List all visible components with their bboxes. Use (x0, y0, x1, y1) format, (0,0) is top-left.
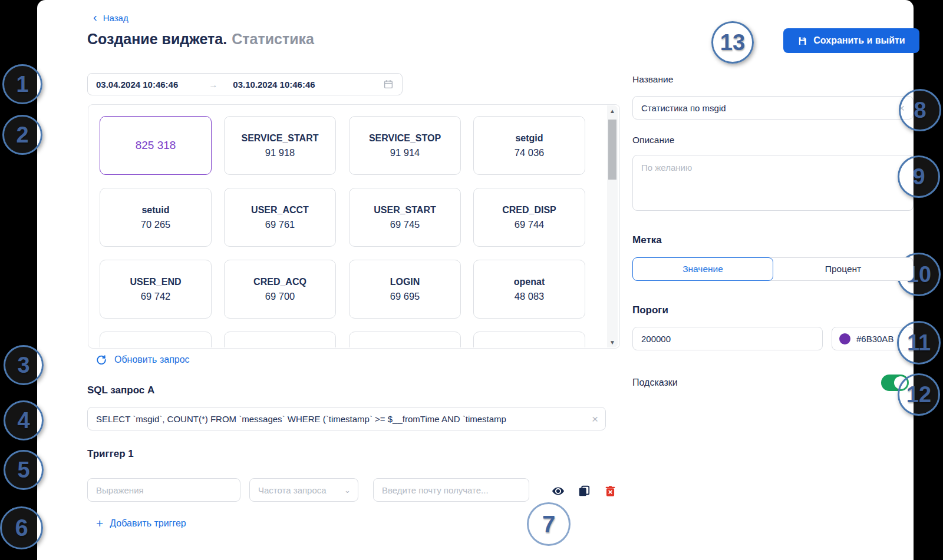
trigger-heading: Триггер 1 (87, 448, 134, 460)
stat-card-label: openat (514, 277, 545, 287)
stat-card-value: 74 036 (515, 147, 544, 158)
stat-card-selected[interactable]: 825 318 (100, 116, 212, 175)
stat-card[interactable]: setgid 74 036 (473, 116, 585, 175)
refresh-label: Обновить запрос (114, 354, 190, 365)
plus-icon: + (96, 517, 103, 529)
add-trigger-label: Добавить триггер (110, 518, 186, 529)
page-title-main: Создание виджета. (87, 31, 227, 47)
stat-card[interactable]: CRED_ACQ 69 700 (224, 260, 336, 319)
widget-editor-window: ‹ Назад Создание виджета.Статистика Сохр… (37, 0, 914, 560)
trigger-email-wrap (373, 478, 529, 502)
refresh-icon (96, 354, 107, 365)
save-and-exit-button[interactable]: Сохранить и выйти (783, 28, 919, 53)
stat-card[interactable]: USER_ACCT 69 761 (224, 188, 336, 247)
sql-query-input[interactable] (88, 407, 592, 430)
stat-card[interactable]: SERVICE_START 91 918 (224, 116, 336, 175)
stat-card[interactable]: openat 48 083 (473, 260, 585, 319)
date-range-picker[interactable]: 03.04.2024 10:46:46 → 03.10.2024 10:46:4… (87, 73, 403, 95)
sql-query-heading: SQL запрос A (87, 385, 154, 396)
delete-trigger-icon[interactable] (603, 484, 617, 498)
stat-card-partial[interactable] (100, 332, 212, 347)
hints-label: Подсказки (632, 377, 678, 388)
trigger-expression-wrap (87, 478, 240, 502)
back-label: Назад (103, 13, 128, 23)
stat-card[interactable]: LOGIN 69 695 (349, 260, 461, 319)
annotation-circle-5: 5 (4, 450, 44, 490)
label-mode-heading: Метка (632, 234, 662, 246)
stat-card-value: 69 700 (265, 291, 295, 302)
back-link[interactable]: ‹ Назад (93, 12, 128, 24)
date-to: 03.10.2024 10:46:46 (233, 79, 315, 90)
stat-card-label: CRED_ACQ (253, 277, 306, 287)
annotation-circle-8: 8 (899, 89, 941, 131)
trigger-expression-input[interactable] (87, 478, 240, 502)
description-textarea[interactable] (632, 155, 914, 211)
annotation-circle-13: 13 (711, 21, 754, 64)
stat-card[interactable]: USER_START 69 745 (349, 188, 461, 247)
annotation-circle-9: 9 (898, 155, 940, 198)
stat-card-label: USER_END (130, 277, 181, 287)
thresholds-heading: Пороги (632, 304, 668, 316)
page-title: Создание виджета.Статистика (87, 31, 314, 48)
widget-name-input[interactable] (633, 97, 898, 119)
screenshot-stage: ‹ Назад Создание виджета.Статистика Сохр… (0, 0, 943, 560)
annotation-circle-3: 3 (4, 345, 44, 385)
chevron-left-icon: ‹ (93, 11, 97, 23)
save-icon (797, 36, 807, 46)
scrollbar-thumb[interactable] (608, 120, 616, 180)
stat-card-label: LOGIN (390, 277, 420, 287)
chevron-down-icon: ⌄ (344, 486, 358, 495)
date-from: 03.04.2024 10:46:46 (96, 79, 178, 90)
grid-scrollbar[interactable]: ▲ ▼ (607, 105, 618, 347)
stat-card[interactable]: setuid 70 265 (100, 188, 212, 247)
stat-card-value: 69 761 (265, 219, 295, 230)
annotation-circle-2: 2 (2, 115, 42, 155)
stat-card-label: CRED_DISP (502, 205, 556, 216)
stat-card-value: 91 914 (390, 147, 420, 158)
label-mode-percent-option[interactable]: Процент (770, 257, 914, 281)
trigger-email-input[interactable] (373, 478, 529, 502)
preview-eye-icon[interactable] (551, 484, 565, 498)
trigger-frequency-placeholder: Частота запроса (250, 485, 344, 495)
add-trigger-button[interactable]: + Добавить триггер (96, 517, 186, 529)
arrow-right-icon: → (209, 79, 217, 90)
annotation-circle-6: 6 (0, 506, 43, 549)
save-button-label: Сохранить и выйти (813, 35, 905, 46)
stat-card[interactable]: SERVICE_STOP 91 914 (349, 116, 461, 175)
name-field: × (632, 96, 914, 120)
stat-card-value: 70 265 (141, 219, 170, 230)
stat-card-partial[interactable] (349, 332, 461, 347)
label-mode-value-option[interactable]: Значение (632, 257, 773, 281)
calendar-icon[interactable] (383, 79, 394, 90)
annotation-circle-7: 7 (527, 502, 571, 546)
annotation-circle-1: 1 (2, 64, 42, 104)
stat-card-value: 48 083 (515, 291, 544, 302)
stat-card-label: USER_START (374, 205, 436, 216)
threshold-field (632, 327, 823, 350)
stat-card-value: 69 695 (390, 291, 420, 302)
stat-card-value: 91 918 (265, 147, 295, 158)
trigger-frequency-select[interactable]: Частота запроса ⌄ (249, 478, 358, 502)
threshold-value-input[interactable] (632, 327, 823, 350)
stat-card-label: setgid (515, 133, 543, 144)
threshold-color-hex: #6B30AB (856, 334, 893, 344)
stat-card-label: USER_ACCT (251, 205, 309, 216)
stats-grid-viewport: 825 318 SERVICE_START 91 918 SERVICE_STO… (89, 105, 619, 347)
color-swatch-icon (839, 333, 850, 344)
stat-card-label: SERVICE_START (242, 133, 319, 144)
stat-card[interactable]: USER_END 69 742 (100, 260, 212, 319)
duplicate-trigger-icon[interactable] (577, 484, 591, 498)
stat-card[interactable]: CRED_DISP 69 744 (473, 188, 585, 247)
scroll-down-icon[interactable]: ▼ (607, 337, 618, 347)
label-mode-segmented-control: Значение Процент (632, 257, 914, 281)
refresh-query-button[interactable]: Обновить запрос (96, 354, 190, 365)
stat-card-partial[interactable] (473, 332, 585, 347)
clear-sql-icon[interactable]: × (592, 413, 605, 425)
stat-card-partial[interactable] (224, 332, 336, 347)
stat-card-value: 825 318 (136, 139, 176, 152)
stat-card-label: setuid (141, 205, 169, 216)
stats-grid-container: 825 318 SERVICE_START 91 918 SERVICE_STO… (88, 104, 620, 349)
scroll-up-icon[interactable]: ▲ (607, 105, 618, 116)
stat-card-label: SERVICE_STOP (369, 133, 441, 144)
stat-card-value: 69 744 (515, 219, 544, 230)
